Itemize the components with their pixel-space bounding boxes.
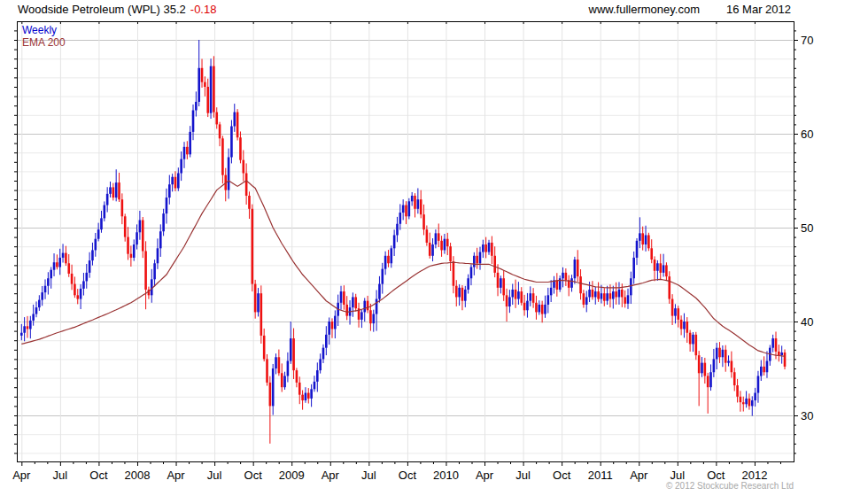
- candle-body-up: [526, 301, 529, 311]
- candle-body-up: [393, 235, 396, 248]
- candle-body-up: [334, 316, 337, 329]
- candle-body-down: [784, 353, 787, 367]
- candle-body-up: [189, 132, 191, 154]
- candle-body-down: [641, 233, 644, 244]
- x-axis-label: Apr: [630, 469, 648, 482]
- candle-body-up: [376, 299, 378, 314]
- chart-page: Woodside Petroleum (WPL) 35.2-0.18 www.f…: [0, 0, 868, 496]
- candle-body-up: [464, 290, 467, 301]
- candle-body-up: [630, 278, 632, 295]
- candle-body-down: [624, 297, 626, 303]
- candle-body-down: [577, 260, 579, 276]
- candle-body-down: [292, 338, 295, 370]
- x-axis-label: Oct: [707, 469, 725, 482]
- candle-body-down: [461, 288, 464, 301]
- candle-body-up: [319, 359, 322, 370]
- candle-body-up: [171, 177, 174, 184]
- candle-body-down: [677, 308, 679, 320]
- candle-body-up: [727, 361, 730, 363]
- x-axis-label: 2008: [125, 469, 151, 482]
- candle-body-down: [609, 293, 612, 298]
- candle-body-up: [529, 293, 531, 300]
- candle-body-up: [674, 308, 677, 315]
- candle-body-up: [766, 361, 769, 373]
- candle-body-up: [91, 250, 94, 260]
- candle-body-up: [372, 314, 375, 324]
- candle-body-down: [523, 303, 526, 310]
- candle-body-up: [115, 182, 118, 198]
- candle-body-up: [467, 278, 469, 290]
- x-axis-label: Apr: [167, 469, 185, 482]
- candle-body-down: [278, 357, 281, 373]
- candle-body-down: [493, 256, 496, 273]
- candle-body-up: [411, 196, 414, 201]
- candle-body-down: [775, 338, 778, 352]
- candle-body-down: [695, 335, 698, 355]
- candle-body-up: [314, 382, 316, 389]
- candle-body-up: [287, 361, 290, 376]
- candle-body-down: [579, 276, 582, 293]
- candle-body-down: [142, 221, 144, 252]
- candle-body-up: [391, 248, 393, 263]
- candle-body-down: [665, 265, 668, 276]
- candle-body-up: [618, 290, 621, 297]
- legend-ema: EMA 200: [22, 36, 66, 49]
- x-axis-label: 2010: [433, 469, 459, 482]
- candle-body-up: [198, 68, 200, 102]
- candle-body-down: [343, 291, 345, 305]
- price-chart: AprJulOct2008AprJulOct2009AprJulOct2010A…: [0, 0, 868, 496]
- candle-body-down: [731, 361, 733, 373]
- x-axis-label: Apr: [12, 469, 31, 482]
- candle-body-down: [71, 274, 74, 284]
- candle-body-up: [378, 284, 381, 299]
- candle-body-down: [740, 397, 742, 402]
- candle-body-up: [601, 293, 603, 298]
- candle-body-up: [80, 289, 82, 299]
- candle-body-up: [104, 205, 106, 219]
- candle-body-up: [177, 174, 180, 189]
- candle-body-down: [671, 299, 674, 316]
- candle-body-down: [455, 286, 458, 298]
- candle-body-down: [422, 214, 425, 229]
- x-axis-label: Oct: [399, 469, 417, 482]
- candle-body-up: [754, 393, 756, 400]
- candle-body-down: [704, 363, 707, 376]
- y-axis-label: 70: [801, 34, 813, 47]
- candle-body-up: [100, 218, 103, 229]
- candle-body-up: [35, 307, 38, 314]
- x-axis-label: 2009: [279, 469, 305, 482]
- candle-body-down: [65, 253, 67, 264]
- candle-body-down: [74, 284, 76, 296]
- candle-body-up: [550, 288, 553, 295]
- candle-body-down: [603, 293, 606, 300]
- candle-body-up: [290, 338, 292, 360]
- candle-body-up: [399, 213, 402, 224]
- candle-body-down: [686, 322, 689, 333]
- candle-body-up: [230, 127, 233, 158]
- candle-body-down: [647, 235, 650, 248]
- candle-body-up: [166, 198, 168, 213]
- candle-body-down: [266, 359, 268, 383]
- candle-body-down: [742, 402, 745, 404]
- candle-body-down: [476, 256, 478, 263]
- candle-body-down: [491, 243, 493, 256]
- x-axis-label: Apr: [322, 469, 340, 482]
- candle-body-up: [562, 273, 564, 278]
- candle-body-down: [659, 263, 662, 273]
- candle-body-up: [473, 256, 476, 267]
- candle-body-up: [663, 265, 665, 272]
- y-axis-label: 40: [801, 315, 813, 329]
- candle-body-up: [470, 267, 473, 279]
- x-axis-label: 2011: [588, 469, 613, 482]
- candle-body-down: [420, 199, 422, 214]
- candle-body-down: [252, 209, 254, 284]
- candle-body-up: [360, 312, 363, 319]
- candle-body-down: [453, 261, 455, 286]
- candle-body-up: [109, 187, 112, 193]
- candle-body-up: [41, 292, 43, 299]
- candle-body-up: [713, 359, 716, 372]
- candle-body-down: [502, 278, 505, 295]
- candle-body-down: [535, 303, 538, 313]
- candle-body-down: [213, 66, 215, 112]
- candle-body-down: [56, 262, 58, 267]
